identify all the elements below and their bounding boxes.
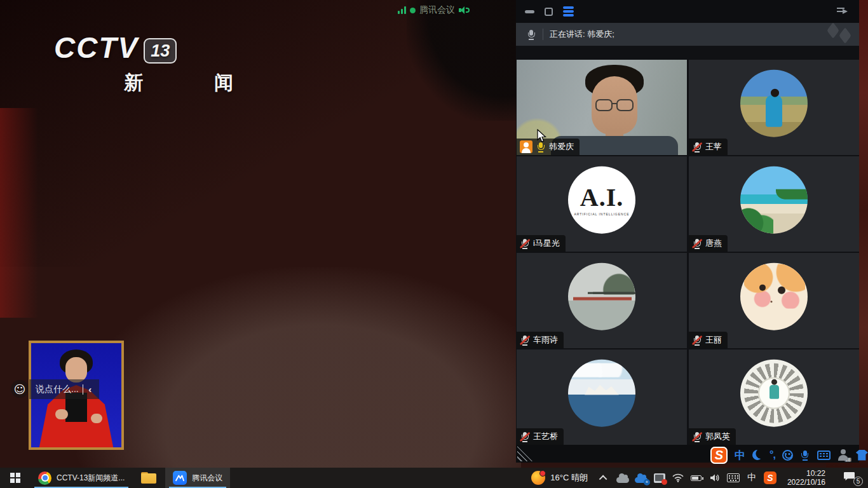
participant-name-badge: 郭凤英: [689, 428, 736, 445]
resize-handle[interactable]: [517, 446, 532, 461]
sogou-tray-icon[interactable]: S: [764, 469, 776, 487]
taskbar-clock[interactable]: 10:22 2022/10/16: [782, 469, 831, 487]
speaking-status-bar: 正在讲话: 韩爱庆;: [516, 23, 859, 46]
taskbar-weather-widget[interactable]: 16°C 晴朗: [525, 471, 594, 485]
participant-tile[interactable]: 郭凤英: [689, 349, 859, 445]
show-hidden-icons-chevron[interactable]: [598, 469, 611, 487]
participant-name-badge: 唐燕: [689, 235, 728, 252]
interpreter-hand: [91, 414, 102, 423]
sogou-logo-icon[interactable]: S: [710, 447, 728, 464]
participant-tile-video[interactable]: 韩爱庆: [517, 60, 687, 155]
participant-tile[interactable]: 王苹: [689, 60, 859, 155]
participant-name: i马星光: [533, 238, 560, 249]
action-center-button[interactable]: 5: [836, 468, 864, 488]
soft-keyboard-icon[interactable]: [817, 451, 831, 460]
red-carpet-band: [0, 108, 38, 318]
avatar-wheel-diagram: [740, 360, 808, 427]
chat-input-bar[interactable]: 说点什么... ‹: [29, 379, 99, 399]
participant-name-badge: 王丽: [689, 332, 728, 348]
chrome-icon: [38, 471, 51, 485]
cctv-13-logo: CCTV 13 新 闻: [54, 30, 266, 96]
start-button[interactable]: [0, 468, 31, 488]
cctv-logo-text: CCTV: [54, 30, 139, 65]
ime-language-mode-icon[interactable]: 中: [735, 448, 745, 463]
ime-skin-icon[interactable]: [856, 450, 868, 461]
meeting-watermark-logo: [828, 25, 850, 41]
chat-collapse-arrow[interactable]: ‹: [88, 384, 92, 395]
mic-muted-icon: [692, 431, 702, 442]
avatar-misty-lake: [568, 263, 635, 330]
recording-dot-icon: [410, 8, 416, 13]
ime-account-icon[interactable]: 18: [837, 449, 849, 461]
wifi-icon[interactable]: [672, 469, 684, 487]
divider: [543, 29, 543, 40]
voice-input-icon[interactable]: [800, 450, 810, 461]
avatar-opera-house: [568, 360, 635, 427]
list-view-icon[interactable]: [563, 6, 574, 17]
ai-logo-text: A.I.: [580, 184, 623, 210]
participant-name-badge: 王苹: [689, 139, 728, 155]
panel-titlebar: [516, 0, 859, 23]
participant-tile[interactable]: 车雨诗: [517, 253, 687, 348]
volume-icon[interactable]: [709, 469, 721, 487]
minimize-icon[interactable]: [525, 10, 534, 13]
signal-strength-icon: [398, 6, 406, 14]
sogou-ime-toolbar: S 中 °, 18: [710, 445, 868, 464]
emoji-picker-icon[interactable]: [782, 450, 793, 461]
windows-taskbar: CCTV-13新闻频道... 腾讯会议 16°C 晴朗 +: [0, 468, 868, 488]
stage-shadow: [407, 0, 521, 121]
cctv-news-subtitle: 新 闻: [124, 70, 266, 96]
tray-ime-mode[interactable]: 中: [745, 469, 758, 487]
taskbar-explorer-button[interactable]: [132, 468, 165, 488]
profile-avatar-icon: [520, 140, 532, 153]
participant-name-badge: 韩爱庆: [517, 139, 580, 155]
share-app-name: 腾讯会议: [419, 4, 455, 16]
avatar-ai-logo: A.I. ARTIFICIAL INTELLIGENCE: [568, 166, 635, 234]
participant-tile[interactable]: A.I. ARTIFICIAL INTELLIGENCE i马星光: [517, 156, 687, 252]
avatar-person-in-field: [740, 70, 808, 137]
avatar-cat-meme: [740, 263, 808, 330]
emoji-button[interactable]: ☺: [11, 380, 29, 398]
mic-active-icon: [536, 142, 546, 152]
taskbar-meeting-button[interactable]: 腾讯会议: [165, 468, 230, 488]
hall-highlight: [76, 267, 521, 468]
participant-tile[interactable]: 唐燕: [689, 156, 859, 252]
collapse-panel-icon[interactable]: [836, 6, 849, 17]
chrome-task-label: CCTV-13新闻频道...: [57, 473, 125, 484]
speaker-icon: [459, 6, 468, 14]
sync-cloud-icon[interactable]: +: [635, 469, 648, 487]
punctuation-mode-icon[interactable]: °,: [770, 449, 775, 461]
clock-date: 2022/10/16: [787, 478, 825, 487]
meeting-participants-panel: 正在讲话: 韩爱庆; 韩爱庆 王苹: [516, 0, 859, 463]
interpreter-hand: [55, 409, 68, 419]
cctv-channel-number: 13: [144, 38, 177, 64]
touch-keyboard-icon[interactable]: [727, 469, 740, 487]
interpreter-face: [65, 357, 87, 383]
text-caret: [83, 384, 84, 395]
mic-muted-icon: [520, 431, 530, 442]
restore-window-icon[interactable]: [545, 8, 553, 16]
participant-name-badge: 车雨诗: [517, 332, 564, 348]
remote-app-alert-icon[interactable]: [653, 469, 666, 487]
participant-name: 韩爱庆: [549, 141, 574, 152]
battery-icon[interactable]: [690, 469, 703, 487]
avatar-beach: [740, 166, 808, 234]
onedrive-cloud-icon[interactable]: [616, 469, 629, 487]
participant-tile[interactable]: 王艺桥: [517, 349, 687, 445]
glasses: [592, 99, 637, 112]
meeting-task-label: 腾讯会议: [192, 473, 222, 484]
tencent-meeting-icon: [173, 471, 187, 485]
mic-muted-icon: [692, 142, 702, 152]
fullwidth-moon-icon[interactable]: [752, 449, 764, 461]
participant-grid: 韩爱庆 王苹 A.I. ARTIFICIAL INTELLIGENCE i马星光: [517, 60, 859, 445]
weather-sun-icon: [531, 471, 545, 485]
clock-time: 10:22: [787, 469, 825, 478]
windows-logo-icon: [10, 473, 20, 483]
chat-placeholder: 说点什么...: [36, 384, 79, 395]
participant-tile[interactable]: 王丽: [689, 253, 859, 348]
mic-muted-icon: [520, 335, 530, 346]
notification-count-badge: 5: [853, 477, 863, 486]
participant-name: 王苹: [705, 141, 722, 152]
weather-text: 16°C 晴朗: [550, 472, 588, 484]
taskbar-chrome-button[interactable]: CCTV-13新闻频道...: [31, 468, 132, 488]
